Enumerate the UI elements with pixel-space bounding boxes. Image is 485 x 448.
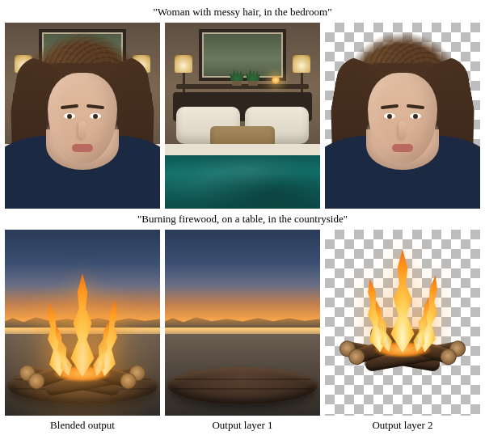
row2-output-layer-1 — [165, 230, 320, 416]
col-label-layer2: Output layer 2 — [325, 419, 480, 432]
layered-generation-figure: "Woman with messy hair, in the bedroom" — [0, 0, 485, 432]
col-label-layer1: Output layer 1 — [165, 419, 320, 432]
row1-output-layer-1 — [165, 23, 320, 209]
col-label-blended: Blended output — [5, 419, 160, 432]
row1-blended-output — [5, 23, 160, 209]
row1-output-layer-2 — [325, 23, 480, 209]
row2-output-layer-2 — [325, 230, 480, 416]
row2-images — [5, 230, 480, 416]
row1-images — [5, 23, 480, 209]
foreground-woman — [5, 23, 160, 209]
row2-blended-output — [5, 230, 160, 416]
foreground-fire — [18, 270, 147, 391]
column-labels: Blended output Output layer 1 Output lay… — [5, 419, 480, 432]
table-icon — [167, 367, 318, 404]
foreground-fire-alpha — [338, 246, 467, 367]
row1-prompt-caption: "Woman with messy hair, in the bedroom" — [5, 5, 480, 19]
foreground-woman-alpha — [325, 23, 480, 209]
row2-prompt-caption: "Burning firewood, on a table, in the co… — [5, 212, 480, 226]
